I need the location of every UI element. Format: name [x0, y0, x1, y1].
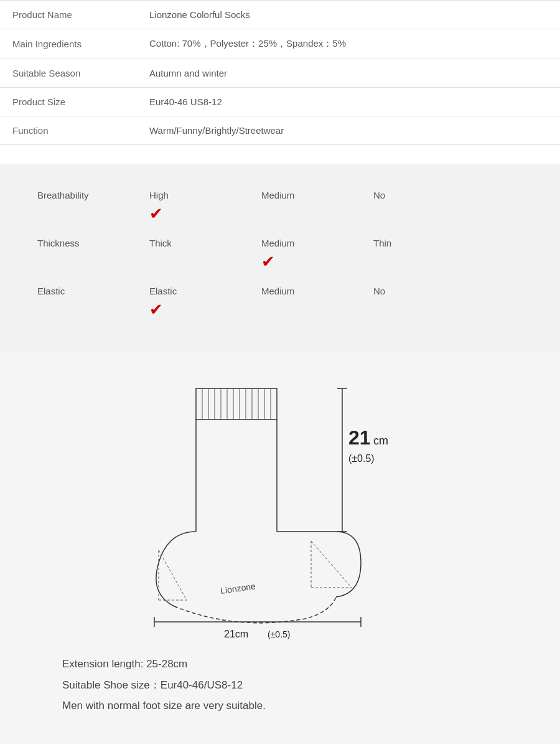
- feature-option-text: Medium: [261, 230, 294, 252]
- feature-label: Thickness: [37, 230, 149, 252]
- svg-text:21: 21: [348, 426, 371, 449]
- svg-text:(±0.5): (±0.5): [348, 453, 375, 464]
- svg-line-22: [311, 541, 352, 588]
- product-field-label: Product Size: [0, 88, 137, 116]
- product-field-value: Lionzone Colorful Socks: [137, 1, 560, 29]
- feature-option-text: Elastic: [149, 278, 177, 300]
- feature-checkmark: ✔: [149, 300, 261, 326]
- feature-option-text: Medium: [261, 278, 294, 300]
- feature-label: Elastic: [37, 278, 149, 300]
- feature-checkmark: ✔: [261, 252, 373, 278]
- product-field-value: Cotton: 70%，Polyester：25%，Spandex：5%: [137, 29, 560, 59]
- feature-option-cell: No: [373, 278, 485, 326]
- feature-empty: [373, 252, 485, 275]
- product-row: Product Size Eur40-46 US8-12: [0, 88, 560, 116]
- svg-text:(±0.5): (±0.5): [268, 629, 290, 639]
- feature-option-cell: High✔: [149, 182, 261, 230]
- svg-text:21cm: 21cm: [224, 629, 248, 639]
- feature-empty: [261, 204, 373, 227]
- diagram-notes: Extension length: 25-28cmSuitable Shoe s…: [25, 656, 535, 719]
- svg-line-25: [159, 550, 187, 600]
- feature-option-cell: Medium✔: [261, 230, 373, 278]
- sock-diagram: 21 cm (±0.5): [100, 370, 460, 644]
- feature-option-text: Thick: [149, 230, 172, 252]
- diagram-section: 21 cm (±0.5): [0, 351, 560, 744]
- diagram-note: Men with normal foot size are very suita…: [62, 698, 535, 714]
- product-field-label: Function: [0, 116, 137, 145]
- feature-option-cell: Medium: [261, 278, 373, 326]
- feature-option-text: No: [373, 278, 385, 300]
- feature-option-text: No: [373, 182, 385, 204]
- product-field-value: Warm/Funny/Brightly/Streetwear: [137, 116, 560, 145]
- feature-label: Breathability: [37, 182, 149, 204]
- feature-option-text: Thin: [373, 230, 391, 252]
- feature-empty: [373, 204, 485, 227]
- feature-empty: [261, 300, 373, 322]
- diagram-note: Extension length: 25-28cm: [62, 656, 535, 672]
- feature-option-text: Medium: [261, 182, 294, 204]
- product-row: Suitable Season Autumn and winter: [0, 59, 560, 88]
- product-field-label: Main Ingredients: [0, 29, 137, 59]
- product-field-value: Eur40-46 US8-12: [137, 88, 560, 116]
- feature-option-cell: Elastic✔: [149, 278, 261, 326]
- feature-option-cell: No: [373, 182, 485, 230]
- features-section: BreathabilityHigh✔MediumNoThicknessThick…: [0, 164, 560, 351]
- feature-option-cell: Thick: [149, 230, 261, 278]
- product-field-label: Product Name: [0, 1, 137, 29]
- diagram-note: Suitable Shoe size：Eur40-46/US8-12: [62, 677, 535, 693]
- svg-text:Lionzone: Lionzone: [220, 581, 256, 596]
- product-row: Product Name Lionzone Colorful Socks: [0, 1, 560, 29]
- feature-option-cell: Thin: [373, 230, 485, 278]
- svg-text:cm: cm: [373, 435, 388, 447]
- product-row: Function Warm/Funny/Brightly/Streetwear: [0, 116, 560, 145]
- feature-empty: [373, 300, 485, 322]
- product-field-value: Autumn and winter: [137, 59, 560, 88]
- feature-option-cell: Medium: [261, 182, 373, 230]
- feature-empty: [149, 252, 261, 275]
- product-field-label: Suitable Season: [0, 59, 137, 88]
- product-info-table: Product Name Lionzone Colorful Socks Mai…: [0, 0, 560, 145]
- product-row: Main Ingredients Cotton: 70%，Polyester：2…: [0, 29, 560, 59]
- feature-option-text: High: [149, 182, 169, 204]
- feature-checkmark: ✔: [149, 204, 261, 230]
